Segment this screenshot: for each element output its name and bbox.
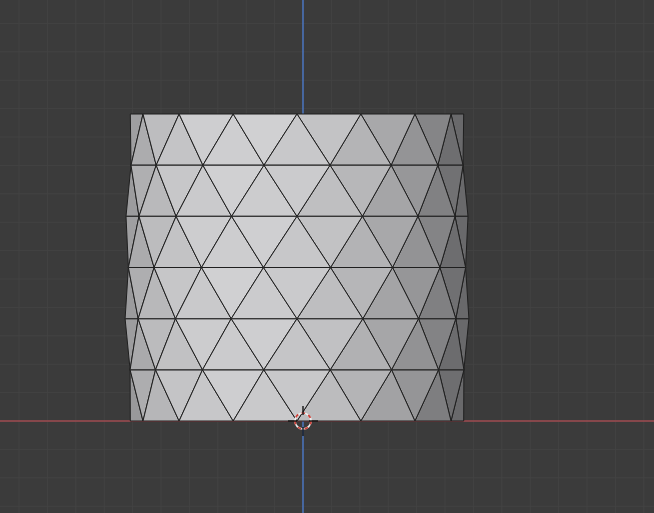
viewport-canvas[interactable] xyxy=(0,0,654,513)
blender-3d-viewport[interactable] xyxy=(0,0,654,513)
mesh-object[interactable] xyxy=(125,114,469,421)
